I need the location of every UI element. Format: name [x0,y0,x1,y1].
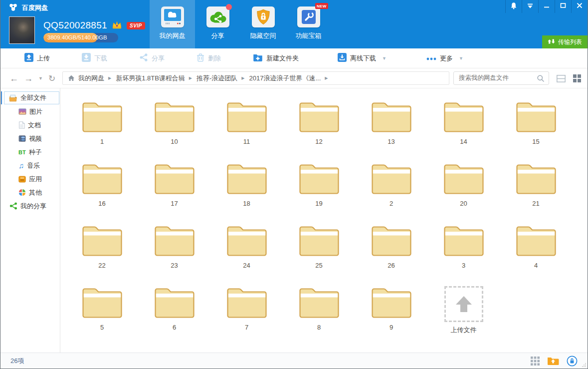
breadcrumb-link[interactable]: 我的网盘 [78,74,104,83]
folder-icon [443,101,485,133]
folder-item[interactable]: 16 [66,159,138,221]
folder-item[interactable]: 25 [283,221,355,283]
folder-icon [154,101,196,133]
breadcrumb-link[interactable]: 推荐-浪迹团队 [196,74,237,83]
sidebar-item-torrents[interactable]: BT 种子 [0,145,60,159]
folder-item[interactable]: 22 [66,221,138,283]
minimize-button[interactable] [538,0,555,13]
folder-item[interactable]: 17 [138,159,210,221]
storage-quota-bar: 3809.40GB/5140.00GB [43,33,118,42]
new-folder-button[interactable]: 新建文件夹 [253,53,299,63]
main-menu-button[interactable] [522,0,538,13]
folder-item[interactable]: 3 [427,221,500,283]
grid-view-button[interactable] [573,74,581,82]
folder-item[interactable]: 8 [283,283,355,345]
folder-item[interactable]: 19 [283,159,355,221]
sidebar-item-documents[interactable]: 文档 [0,118,60,132]
folder-item[interactable]: 20 [427,159,500,221]
nav-item-toolbox[interactable]: NEW 功能宝箱 [286,0,331,48]
upload-button[interactable]: 上传 [24,53,50,63]
lock-privacy-button[interactable] [567,356,578,367]
folder-item[interactable]: 15 [500,97,572,159]
share-cloud-icon [206,6,229,27]
status-icons [531,353,578,369]
nav-item-share[interactable]: 分享 [195,0,240,48]
video-film-icon [18,135,26,142]
list-view-button[interactable] [557,75,566,82]
sidebar-item-music[interactable]: ♫ 音乐 [0,159,60,172]
sidebar-item-all-files[interactable]: 全部文件 [4,91,59,104]
folder-item[interactable]: 26 [355,221,427,283]
forward-button[interactable]: → [24,74,33,83]
folder-item[interactable]: 10 [138,97,210,159]
resize-grip[interactable] [582,363,587,368]
sidebar-label: 视频 [29,134,42,143]
sidebar-item-pictures[interactable]: 图片 [0,105,60,118]
folder-item[interactable]: 21 [500,159,572,221]
folder-icon [298,287,340,319]
sidebar-item-others[interactable]: 其他 [0,186,60,199]
share-button[interactable]: 分享 [139,53,165,63]
back-button[interactable]: ← [9,74,18,83]
sidebar-label: 种子 [29,148,42,157]
folder-item[interactable]: 18 [210,159,283,221]
maximize-button[interactable] [555,0,571,13]
more-button[interactable]: 更多 ▼ [426,54,463,63]
folder-item[interactable]: 5 [66,283,138,345]
folder-item[interactable]: 9 [355,283,427,345]
folder-label: 15 [532,138,539,145]
home-icon[interactable] [68,75,75,81]
folder-item[interactable]: 13 [355,97,427,159]
notification-bell-button[interactable] [505,0,522,13]
user-avatar[interactable] [9,16,35,44]
transfer-list-button[interactable]: 传输列表 [542,35,588,48]
history-dropdown-icon[interactable]: ▼ [38,76,43,81]
folder-item[interactable]: 6 [138,283,210,345]
folder-item[interactable]: 14 [427,97,500,159]
search-icon[interactable] [537,74,545,84]
file-area: 上传文件 1 [61,88,588,353]
close-button[interactable] [571,0,588,13]
refresh-button[interactable]: ↻ [48,74,55,83]
breadcrumb-link[interactable]: 新坏男孩1.8TB课程合辑 [116,74,185,83]
sidebar-label: 全部文件 [20,93,46,102]
delete-button[interactable]: 删除 [196,53,221,63]
sidebar-item-my-shares[interactable]: 我的分享 [0,199,60,213]
folder-item[interactable]: 1 [66,97,138,159]
item-count: 26项 [10,353,24,369]
folder-label: 9 [390,324,393,331]
folder-label: 11 [243,138,250,145]
search-input[interactable] [454,72,530,84]
upload-arrow-icon [453,294,474,315]
upload-folder-button[interactable] [547,356,559,366]
folder-label: 14 [460,138,467,145]
document-icon [18,121,25,129]
offline-download-icon [338,53,347,63]
chevron-down-icon[interactable]: ▼ [459,56,463,61]
folder-item[interactable]: 23 [138,221,210,283]
folder-icon [371,163,412,195]
folder-grid: 上传文件 1 [66,97,588,345]
svip-badge[interactable]: SVIP [127,22,145,29]
breadcrumb-link[interactable]: 2017浪迹浪子世界《速... [249,74,321,83]
sidebar-item-apps[interactable]: 应用 [0,172,60,186]
transfer-arrows-icon [548,38,555,46]
folder-label: 10 [171,138,178,145]
folder-item[interactable]: 24 [210,221,283,283]
upload-file-tile[interactable]: 上传文件 [427,283,500,345]
chevron-down-icon[interactable]: ▼ [382,56,387,61]
download-button[interactable]: 下载 [82,53,107,63]
folder-item[interactable]: 4 [500,221,572,283]
folder-item[interactable]: 7 [210,283,283,345]
menu-chevron-icon [527,2,534,11]
nav-item-my-netdisk[interactable]: 我的网盘 [150,0,195,48]
nav-item-hidden-space[interactable]: 隐藏空间 [240,0,286,48]
folder-item[interactable]: 11 [210,97,283,159]
username[interactable]: QQ520028851 [43,20,107,31]
folder-item[interactable]: 2 [355,159,427,221]
sidebar-item-videos[interactable]: 视频 [0,132,60,145]
folder-item[interactable]: 12 [283,97,355,159]
nav-label: 分享 [211,31,224,40]
offline-download-button[interactable]: 离线下载 ▼ [338,53,387,63]
grid-density-button[interactable] [531,357,540,366]
